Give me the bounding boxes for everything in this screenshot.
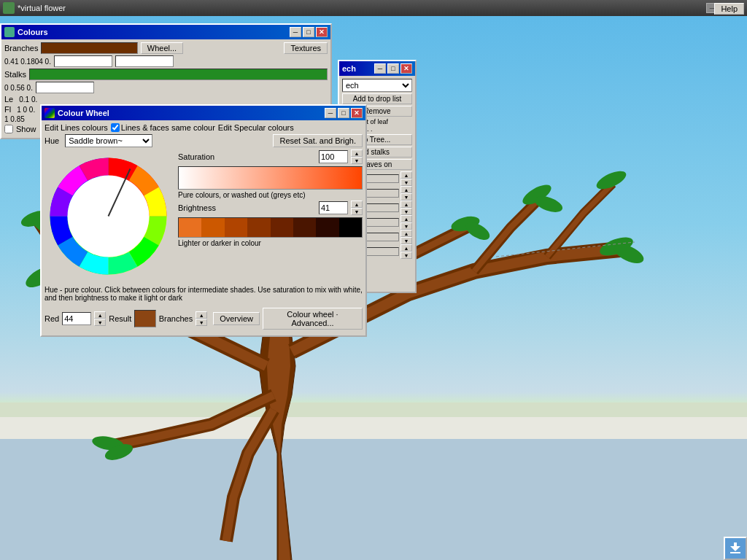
help-button[interactable]: Help: [714, 3, 744, 15]
saturation-up[interactable]: ▲: [351, 149, 363, 157]
textures-button[interactable]: Textures: [284, 42, 328, 54]
right-panel-maximize[interactable]: □: [387, 63, 399, 74]
branches-up[interactable]: ▲: [196, 311, 207, 319]
main-titlebar: *virtual flower ─ □ ✕: [0, 0, 747, 16]
hue-dropdown[interactable]: Saddle brown~: [65, 134, 152, 147]
brightness-up[interactable]: ▲: [351, 201, 363, 208]
colours-maximize-button[interactable]: □: [303, 27, 314, 37]
slider-2-up[interactable]: ▲: [400, 186, 412, 193]
hue-label: Hue: [44, 136, 59, 145]
bright-swatch-3[interactable]: [247, 218, 270, 237]
slider-5-down[interactable]: ▼: [400, 237, 412, 244]
hue-row: Hue Saddle brown~ Reset Sat. and Brigh.: [44, 134, 363, 147]
bright-swatch-1[interactable]: [201, 218, 224, 237]
saturation-row: Saturation ▲ ▼: [178, 149, 363, 164]
right-panel-close[interactable]: ✕: [400, 63, 412, 74]
stalks-color-swatch[interactable]: [29, 69, 328, 80]
colours-minimize-button[interactable]: ─: [290, 27, 301, 37]
slider-3-up[interactable]: ▲: [400, 201, 412, 208]
status-indicator: [724, 537, 747, 560]
cw-close-button[interactable]: ✕: [351, 108, 363, 118]
result-label: Result: [109, 314, 131, 323]
colours-close-button[interactable]: ✕: [316, 27, 328, 37]
slider-4-up[interactable]: ▲: [400, 215, 412, 222]
cw-minimize-button[interactable]: ─: [325, 108, 336, 118]
branches-text-input1[interactable]: [54, 55, 112, 67]
colours-dialog-titlebar: Colours ─ □ ✕: [1, 25, 330, 39]
download-icon: [728, 541, 743, 556]
wheel-main-area: Saturation ▲ ▼ Pure colours, or washed o…: [44, 149, 363, 283]
slider-2-down[interactable]: ▼: [400, 193, 412, 201]
colour-wheel-svg[interactable]: [44, 152, 172, 280]
colours-dialog-title: Colours: [18, 28, 48, 36]
brightness-input[interactable]: [319, 201, 348, 214]
bright-swatch-2[interactable]: [225, 218, 247, 237]
result-color-swatch: [134, 310, 155, 327]
branches-label: Branches: [4, 44, 38, 52]
brightness-label: Brightness: [178, 203, 216, 212]
leaves-row: Le 0.1 0.: [4, 95, 328, 104]
bright-swatch-4[interactable]: [271, 218, 293, 237]
cw-maximize-button[interactable]: □: [338, 108, 349, 118]
red-down[interactable]: ▼: [94, 319, 106, 326]
bright-swatch-5[interactable]: [293, 218, 316, 237]
bright-swatch-7[interactable]: [339, 218, 362, 237]
colour-wheel-icon: [44, 108, 55, 118]
lighter-darker-label: Lighter or darker in colour: [178, 239, 363, 247]
bright-swatch-0[interactable]: [179, 218, 201, 237]
brightness-swatches[interactable]: [178, 217, 363, 238]
slider-6-up[interactable]: ▲: [400, 244, 412, 252]
saturation-input[interactable]: [319, 150, 348, 163]
bright-swatch-6[interactable]: [316, 218, 338, 237]
flower-value: 1 0 0.: [17, 106, 35, 114]
right-panel-minimize[interactable]: ─: [374, 63, 386, 74]
leaves-value: 0.1 0.: [19, 96, 37, 104]
lines-faces-checkbox-area: Lines & faces same colour: [111, 123, 215, 132]
add-to-drop-button[interactable]: Add to drop list: [342, 93, 412, 104]
slider-3-down[interactable]: ▼: [400, 208, 412, 215]
slider-6-down[interactable]: ▼: [400, 252, 412, 259]
red-input[interactable]: [62, 312, 91, 325]
saturation-bar[interactable]: [178, 166, 363, 190]
saturation-label: Saturation: [178, 152, 214, 161]
branches-value: 0.41 0.1804 0.: [4, 58, 51, 66]
branches-down[interactable]: ▼: [196, 319, 207, 326]
branches-row: Branches Wheel... Textures: [4, 42, 328, 54]
reset-sat-brigh-button[interactable]: Reset Sat. and Brigh.: [273, 134, 363, 147]
show-checkbox[interactable]: [4, 125, 13, 133]
stalks-value-row: 0 0.56 0.: [4, 82, 328, 93]
colours-icon: [4, 27, 15, 37]
saturation-down[interactable]: ▼: [351, 157, 363, 164]
red-spinner: ▲ ▼: [94, 311, 106, 326]
sat-bright-section: Saturation ▲ ▼ Pure colours, or washed o…: [178, 149, 363, 283]
branches-color-swatch[interactable]: [41, 42, 137, 54]
wheel-button[interactable]: Wheel...: [141, 42, 183, 54]
cw-options-row: Edit Lines colours Lines & faces same co…: [44, 123, 363, 132]
stalks-label: Stalks: [4, 70, 26, 79]
colour-wheel-controls: ─ □ ✕: [325, 108, 363, 118]
app-icon: [3, 2, 15, 14]
lines-faces-label: Lines & faces same colour: [121, 123, 215, 132]
colour-wheel-advanced-button[interactable]: Colour wheel · Advanced...: [263, 308, 363, 330]
lines-faces-checkbox[interactable]: [111, 123, 120, 132]
red-up[interactable]: ▲: [94, 311, 106, 319]
overview-button[interactable]: Overview: [213, 312, 260, 325]
stalks-text-input[interactable]: [36, 82, 94, 93]
brightness-row: Brightness ▲ ▼: [178, 201, 363, 215]
svg-rect-1: [0, 417, 747, 439]
branches-spinner: ▲ ▼: [196, 311, 207, 326]
branches-text-input2[interactable]: [115, 55, 174, 67]
app-title: *virtual flower: [18, 4, 66, 12]
right-panel-title: ech: [342, 64, 356, 73]
edit-specular-label: Edit Specular colours: [218, 123, 294, 132]
slider-5-up[interactable]: ▲: [400, 230, 412, 237]
slider-1-up[interactable]: ▲: [400, 171, 412, 179]
brightness-spinner: ▲ ▼: [351, 201, 363, 215]
slider-1-down[interactable]: ▼: [400, 179, 412, 186]
right-panel-dropdown[interactable]: ech: [342, 79, 412, 92]
slider-4-down[interactable]: ▼: [400, 222, 412, 230]
svg-rect-24: [730, 552, 740, 553]
extra-value: 1 0.85: [4, 115, 25, 123]
brightness-down[interactable]: ▼: [351, 208, 363, 215]
wheel-container[interactable]: [44, 149, 172, 283]
